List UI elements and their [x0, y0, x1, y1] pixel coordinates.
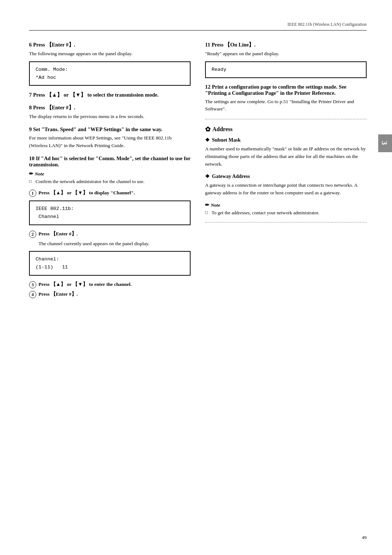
step-12-body: The settings are now complete. Go to p.5… — [205, 98, 367, 113]
gateway-text: A gateway is a connection or interchange… — [205, 182, 367, 197]
note-label: ✏ Note — [29, 171, 191, 177]
dotted-separator-bottom — [205, 222, 367, 223]
step-10-body2: The channel currently used appears on th… — [29, 240, 191, 248]
step-10-number: 10 If "Ad hoc" is selected for "Comm. Mo… — [29, 155, 191, 168]
step-8: 8 Press 【Enter #】. The display returns t… — [29, 104, 191, 121]
address-note: ✏ Note To get the addresses, contact you… — [205, 202, 367, 216]
circle-step-2-text: Press 【Enter #】. — [38, 230, 78, 238]
step-7: 7 Press 【▲】 or 【▼】 to select the transmi… — [29, 92, 191, 98]
dotted-separator-top — [205, 119, 367, 119]
step-9-number: 9 Set "Trans. Speed" and "WEP Settings" … — [29, 126, 191, 133]
step-6: 6 Press 【Enter #】. The following message… — [29, 41, 191, 86]
right-column: 11 Press 【On Line】. "Ready" appears on t… — [205, 41, 367, 304]
step-8-body: The display returns to the previous menu… — [29, 113, 191, 121]
step-11: 11 Press 【On Line】. "Ready" appears on t… — [205, 41, 367, 78]
step-6-display: Comm. Mode:*Ad hoc — [29, 61, 191, 86]
diamond-icon-gateway: ❖ — [205, 173, 210, 179]
step-9-body: For more information about WEP Settings,… — [29, 134, 191, 150]
page: IEEE 802.11b (Wireless LAN) Configuratio… — [0, 0, 392, 555]
step-12: 12 Print a configuration page to confirm… — [205, 84, 367, 113]
step-11-display: Ready — [205, 61, 367, 78]
step-9: 9 Set "Trans. Speed" and "WEP Settings" … — [29, 126, 191, 150]
pencil-icon-2: ✏ — [205, 202, 209, 208]
circle-step-3: 3 Press 【▲】 or 【▼】 to enter the channel. — [29, 281, 191, 288]
step-10-note: ✏ Note Confirm the network administrator… — [29, 171, 191, 185]
header-title: IEEE 802.11b (Wireless LAN) Configuratio… — [287, 22, 367, 27]
gateway-title: Gateway Address — [212, 174, 250, 179]
circle-step-1-text: Press 【▲】 or 【▼】 to display "Channel". — [38, 189, 135, 197]
step-6-heading: Press 【Enter #】. — [33, 42, 75, 48]
step-10: 10 If "Ad hoc" is selected for "Comm. Mo… — [29, 155, 191, 298]
step-8-number: 8 Press 【Enter #】. — [29, 104, 191, 111]
step-10-display2: IEEE 802.11b: Channel — [29, 200, 191, 225]
address-note-item: To get the addresses, contact your netwo… — [205, 209, 367, 216]
subnet-title: Subnet Mask — [212, 137, 241, 143]
step-10-display3: Channel:(1-11) 11 — [29, 251, 191, 275]
circle-step-1: 1 Press 【▲】 or 【▼】 to display "Channel". — [29, 189, 191, 197]
address-note-label: ✏ Note — [205, 202, 367, 208]
step-12-number: 12 Print a configuration page to confirm… — [205, 84, 367, 96]
address-section: ✿ Address ❖ Subnet Mask A number used to… — [205, 125, 367, 216]
address-heading: ✿ Address — [205, 125, 367, 133]
step-7-heading: Press 【▲】 or 【▼】 to select the transmiss… — [33, 92, 159, 98]
circle-num-1: 1 — [29, 190, 36, 197]
page-number: 49 — [362, 535, 367, 540]
content-area: 6 Press 【Enter #】. The following message… — [29, 41, 367, 304]
step-11-heading: Press 【On Line】. — [212, 42, 256, 48]
page-header: IEEE 802.11b (Wireless LAN) Configuratio… — [29, 22, 367, 31]
address-title: Address — [212, 126, 233, 133]
left-column: 6 Press 【Enter #】. The following message… — [29, 41, 191, 304]
step-12-heading: Print a configuration page to confirm th… — [205, 84, 346, 96]
gateway-heading: ❖ Gateway Address — [205, 173, 367, 179]
step-11-body: "Ready" appears on the panel display. — [205, 50, 367, 58]
circle-step-3-text: Press 【▲】 or 【▼】 to enter the channel. — [38, 281, 132, 288]
step-6-number: 6 Press 【Enter #】. — [29, 41, 191, 48]
circle-num-4: 4 — [29, 291, 36, 298]
subnet-heading: ❖ Subnet Mask — [205, 137, 367, 143]
pencil-icon: ✏ — [29, 171, 33, 177]
step-9-heading: Set "Trans. Speed" and "WEP Settings" in… — [33, 126, 162, 132]
step-10-heading: If "Ad hoc" is selected for "Comm. Mode"… — [29, 155, 191, 167]
circle-step-4-text: Press 【Enter #】. — [38, 291, 78, 298]
circle-num-3: 3 — [29, 281, 36, 288]
note-item: Confirm the network administrator for th… — [29, 178, 191, 185]
subnet-text: A number used to mathematically "mask" o… — [205, 145, 367, 168]
circle-step-4: 4 Press 【Enter #】. — [29, 291, 191, 298]
sun-icon: ✿ — [205, 125, 211, 133]
circle-step-2: 2 Press 【Enter #】. — [29, 230, 191, 238]
step-7-number: 7 Press 【▲】 or 【▼】 to select the transmi… — [29, 92, 191, 98]
step-8-heading: Press 【Enter #】. — [33, 105, 75, 110]
step-11-number: 11 Press 【On Line】. — [205, 41, 367, 48]
circle-num-2: 2 — [29, 231, 36, 238]
step-6-body: The following message appears on the pan… — [29, 50, 191, 58]
diamond-icon-subnet: ❖ — [205, 137, 210, 143]
side-tab: 3 — [378, 134, 392, 152]
